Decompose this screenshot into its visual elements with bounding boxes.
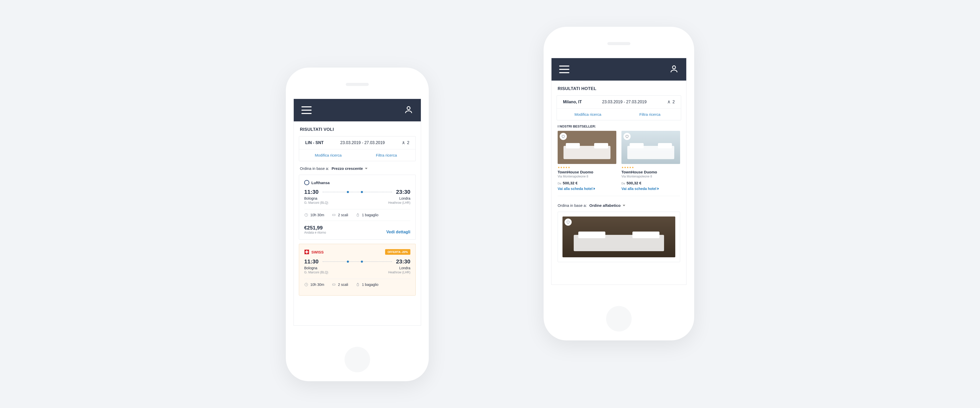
chevron-down-icon <box>623 205 625 206</box>
page-title: RISULTATI HOTEL <box>552 81 686 95</box>
baggage-info: 1 bagaglio <box>356 213 379 217</box>
bestseller-label: I NOSTRI BESTSELLER: <box>552 122 686 131</box>
filter-search-link[interactable]: Filtra ricerca <box>619 109 681 120</box>
svg-rect-4 <box>357 214 359 216</box>
stops-info: 2 scali <box>332 283 348 287</box>
departure-city: Bologna <box>304 196 317 200</box>
svg-rect-7 <box>305 251 308 252</box>
chevron-down-icon <box>365 168 368 169</box>
airline-name: SWISS <box>304 249 324 254</box>
search-dates: 23.03.2019 - 27.03.2019 <box>602 100 646 104</box>
duration-info: 10h 30m <box>304 213 324 217</box>
departure-time: 11:30 <box>304 189 318 195</box>
star-rating: ★★★★★ <box>621 166 680 169</box>
favorite-button[interactable] <box>624 133 631 140</box>
speaker <box>608 42 630 45</box>
view-details-link[interactable]: Vedi dettagli <box>387 230 410 234</box>
filter-search-link[interactable]: Filtra ricerca <box>357 149 415 161</box>
departure-city: Bologna <box>304 266 317 270</box>
modify-search-link[interactable]: Modifica ricerca <box>299 149 357 161</box>
page-title: RISULTATI VOLI <box>294 121 421 136</box>
bestseller-row: ★★★★★ TownHouse Duomo Via Montenapoleone… <box>552 131 686 196</box>
app-header <box>552 58 686 81</box>
menu-icon[interactable] <box>559 65 570 73</box>
sort-label: Ordina in base a: <box>558 203 587 208</box>
price-from-label: Da <box>558 182 561 185</box>
departure-time: 11:30 <box>304 258 318 265</box>
home-button[interactable] <box>606 306 632 332</box>
hotel-name: TownHouse Duomo <box>558 170 616 174</box>
phone-frame-flights: RISULTATI VOLI LIN - SNT 23.03.2019 - 27… <box>286 68 429 381</box>
search-summary: Milano, IT 23.03.2019 - 27.03.2019 2 Mod… <box>557 95 681 121</box>
flight-card: Lufthansa 11:30 23:30 Bologna Londra G. … <box>299 175 416 240</box>
hotel-details-link[interactable]: Vai alla scheda hotel <box>558 187 616 191</box>
heart-icon <box>625 134 629 138</box>
sort-row: Ordina in base a: Ordine alfabetico <box>552 200 686 212</box>
baggage-icon <box>356 213 360 217</box>
arrival-time: 23:30 <box>396 189 410 195</box>
svg-point-12 <box>668 101 670 102</box>
sort-select[interactable]: Prezzo crescente <box>331 166 368 171</box>
price-sublabel: Andata e ritorno <box>304 231 326 234</box>
flight-card-offer: SWISS OFFERTA -20% 11:30 23:30 Bologna L… <box>299 244 416 295</box>
divider <box>558 196 680 196</box>
svg-point-1 <box>403 141 404 143</box>
hotel-image <box>558 131 616 164</box>
arrival-city: Londra <box>399 196 410 200</box>
svg-point-11 <box>673 66 676 69</box>
user-icon[interactable] <box>670 64 679 75</box>
flight-price: €251,99 <box>304 225 326 231</box>
arrival-code: Heathrow (LHR) <box>388 271 410 274</box>
phone-frame-hotels: RISULTATI HOTEL Milano, IT 23.03.2019 - … <box>544 27 694 340</box>
sort-label: Ordina in base a: <box>300 166 329 171</box>
hotel-details-link[interactable]: Vai alla scheda hotel <box>621 187 680 191</box>
hotel-price: 500,32 € <box>627 181 641 185</box>
clock-icon <box>304 213 308 217</box>
app-header <box>294 99 421 121</box>
flights-screen: RISULTATI VOLI LIN - SNT 23.03.2019 - 27… <box>293 99 421 325</box>
hotel-card[interactable]: ★★★★★ TownHouse Duomo Via Montenapoleone… <box>621 131 680 191</box>
heart-icon <box>561 134 565 138</box>
departure-code: G. Marconi (BLQ) <box>304 271 328 274</box>
stops-info: 2 scali <box>332 213 348 217</box>
airline-name: Lufthansa <box>304 180 330 185</box>
search-location: Milano, IT <box>563 100 582 104</box>
chevron-right-icon <box>657 187 659 190</box>
swiss-logo-icon <box>304 249 309 254</box>
arrival-time: 23:30 <box>396 258 410 265</box>
speaker <box>346 83 369 86</box>
person-icon <box>401 141 406 145</box>
arrival-code: Heathrow (LHR) <box>388 201 410 205</box>
duration-info: 10h 30m <box>304 283 324 287</box>
menu-icon[interactable] <box>301 106 312 114</box>
route-line <box>323 261 392 262</box>
favorite-button[interactable] <box>560 133 567 140</box>
svg-rect-10 <box>357 284 359 286</box>
search-summary: LIN - SNT 23.03.2019 - 27.03.2019 2 Modi… <box>299 136 416 161</box>
hotel-address: Via Montenapoleone 8 <box>621 175 680 178</box>
star-rating: ★★★★★ <box>558 166 616 169</box>
hotel-price: 500,32 € <box>563 181 578 185</box>
sort-row: Ordina in base a: Prezzo crescente <box>294 163 421 175</box>
chevron-right-icon <box>593 187 595 190</box>
arrival-city: Londra <box>399 266 410 270</box>
sort-select[interactable]: Ordine alfabetico <box>589 203 625 208</box>
svg-rect-9 <box>332 284 335 285</box>
hotel-card[interactable]: ★★★★★ TownHouse Duomo Via Montenapoleone… <box>558 131 616 191</box>
person-icon <box>667 100 671 104</box>
search-guests: 2 <box>401 141 409 145</box>
baggage-icon <box>356 283 360 287</box>
price-from-label: Da <box>621 182 625 185</box>
search-route: LIN - SNT <box>305 141 324 145</box>
lufthansa-logo-icon <box>304 180 309 185</box>
home-button[interactable] <box>345 347 370 372</box>
user-icon[interactable] <box>404 105 413 115</box>
favorite-button[interactable] <box>565 219 572 226</box>
departure-code: G. Marconi (BLQ) <box>304 201 328 205</box>
modify-search-link[interactable]: Modifica ricerca <box>557 109 619 120</box>
search-guests: 2 <box>667 100 675 104</box>
stops-icon <box>332 283 336 287</box>
hotel-result-card[interactable] <box>558 212 680 262</box>
baggage-info: 1 bagaglio <box>356 283 379 287</box>
route-line <box>323 192 392 192</box>
